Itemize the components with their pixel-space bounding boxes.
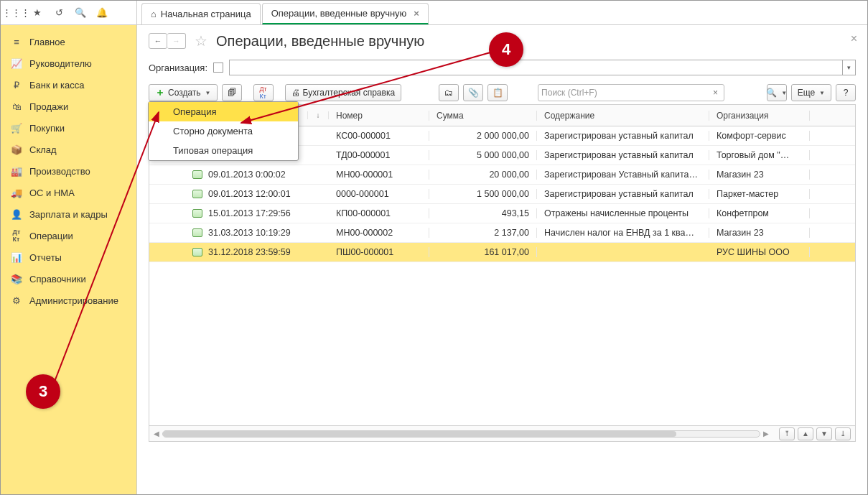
- cell-number: МН00-000002: [329, 228, 429, 238]
- scroll-right-icon[interactable]: ▶: [763, 430, 769, 438]
- table-row[interactable]: 09.01.2013 0:00:02МН00-00000120 000,00За…: [149, 165, 855, 185]
- attach-button[interactable]: 📎: [463, 84, 483, 101]
- cell-content: Отражены начисленные проценты: [537, 208, 709, 218]
- col-org-header[interactable]: Организация: [709, 111, 810, 121]
- dtkt-button[interactable]: ДтКт: [253, 84, 274, 101]
- cell-org: Магазин 23: [709, 228, 810, 238]
- sidebar-item-salary[interactable]: 👤Зарплата и кадры: [1, 203, 136, 225]
- dropdown-item-typical[interactable]: Типовая операция: [149, 141, 298, 160]
- history-icon[interactable]: ↺: [48, 3, 70, 23]
- book-icon: 📚: [11, 273, 22, 284]
- ruble-icon: ₽: [11, 79, 22, 91]
- clear-search-icon[interactable]: ×: [710, 88, 721, 98]
- list-button[interactable]: 📋: [487, 84, 508, 101]
- apps-icon[interactable]: ⋮⋮⋮: [5, 3, 27, 23]
- table-row[interactable]: 31.12.2018 23:59:59ПШ00-000001161 017,00…: [149, 243, 855, 262]
- sidebar-item-purchases[interactable]: 🛒Покупки: [1, 117, 136, 139]
- find-button[interactable]: 🔍▼: [767, 84, 787, 101]
- document-icon: [192, 170, 202, 179]
- cell-date: 31.12.2018 23:59:59: [149, 247, 307, 257]
- search-input[interactable]: Поиск (Ctrl+F) ×: [538, 84, 724, 101]
- nav-forward-button[interactable]: →: [167, 33, 186, 49]
- chevron-down-icon: ▼: [781, 90, 787, 96]
- list-icon: 📋: [493, 88, 503, 98]
- favorite-star-icon[interactable]: ☆: [195, 32, 207, 50]
- print-ref-button[interactable]: 🖨Бухгалтерская справка: [285, 84, 402, 101]
- cell-content: Зарегистрирован уставный капитал: [537, 150, 709, 160]
- org-checkbox[interactable]: [213, 63, 223, 73]
- dropdown-item-operation[interactable]: Операция: [149, 102, 298, 121]
- page-title: Операции, введенные вручную: [216, 33, 424, 50]
- tab-close-icon[interactable]: ×: [414, 8, 419, 19]
- col-number-header[interactable]: Номер: [329, 111, 429, 121]
- sidebar-item-os-nma[interactable]: 🚚ОС и НМА: [1, 182, 136, 203]
- col-sum-header[interactable]: Сумма: [429, 111, 537, 121]
- sidebar-label: Администрирование: [29, 295, 118, 306]
- person-icon: 👤: [11, 208, 22, 220]
- tab-operations[interactable]: Операции, введенные вручную ×: [262, 3, 429, 24]
- cell-number: КП00-000001: [329, 208, 429, 218]
- cell-sum: 2 137,00: [429, 228, 537, 238]
- sidebar-item-operations[interactable]: ДтКтОперации: [1, 225, 136, 246]
- col-content-header[interactable]: Содержание: [537, 111, 709, 121]
- organization-filter-row: Организация: ▾: [149, 60, 856, 75]
- box-icon: 📦: [11, 144, 22, 155]
- copy-icon: 🗐: [228, 88, 236, 98]
- tab-home[interactable]: ⌂ Начальная страница: [141, 3, 261, 24]
- help-label: ?: [844, 88, 849, 98]
- tab-operations-label: Операции, введенные вручную: [271, 8, 407, 19]
- page-down-button[interactable]: ▼: [816, 427, 832, 440]
- sidebar-item-bank[interactable]: ₽Банк и касса: [1, 74, 136, 96]
- sidebar-item-reports[interactable]: 📊Отчеты: [1, 246, 136, 268]
- sidebar-item-directories[interactable]: 📚Справочники: [1, 268, 136, 290]
- close-page-button[interactable]: ×: [851, 32, 857, 45]
- chevron-down-icon[interactable]: ▾: [842, 60, 855, 75]
- sidebar-item-stock[interactable]: 📦Склад: [1, 139, 136, 160]
- grid-body: КС00-0000012 000 000,00Зарегистрирован у…: [149, 126, 855, 425]
- star-icon[interactable]: ★: [27, 3, 48, 23]
- registry-button[interactable]: 🗂: [439, 84, 459, 101]
- more-label: Еще: [798, 88, 815, 98]
- create-button[interactable]: ＋ Создать ▼: [149, 84, 218, 101]
- sidebar-item-sales[interactable]: 🛍Продажи: [1, 96, 136, 117]
- cell-sum: 493,15: [429, 208, 537, 218]
- table-row[interactable]: 31.03.2013 10:19:29МН00-0000022 137,00На…: [149, 223, 855, 243]
- org-combo[interactable]: ▾: [229, 60, 856, 75]
- create-dropdown: Операция Сторно документа Типовая операц…: [148, 101, 299, 161]
- scrollbar-thumb[interactable]: [163, 431, 676, 437]
- search-icon[interactable]: 🔍: [70, 3, 91, 23]
- sidebar-item-main[interactable]: ≡Главное: [1, 31, 136, 52]
- table-row[interactable]: 15.01.2013 17:29:56КП00-000001493,15Отра…: [149, 204, 855, 223]
- cell-org: РУС ШИНЫ ООО: [709, 247, 810, 257]
- page-last-button[interactable]: ⤓: [835, 427, 851, 440]
- sidebar: ≡Главное 📈Руководителю ₽Банк и касса 🛍Пр…: [1, 25, 137, 495]
- scroll-left-icon[interactable]: ◀: [154, 430, 159, 438]
- bell-icon[interactable]: 🔔: [91, 3, 113, 23]
- cell-content: Зарегистрирован уставный капитал: [537, 189, 709, 199]
- page-up-button[interactable]: ▲: [798, 427, 813, 440]
- sidebar-item-manager[interactable]: 📈Руководителю: [1, 52, 136, 74]
- cell-sum: 161 017,00: [429, 247, 537, 257]
- sidebar-item-admin[interactable]: ⚙Администрирование: [1, 290, 136, 311]
- sidebar-label: ОС и НМА: [29, 188, 75, 198]
- sidebar-item-production[interactable]: 🏭Производство: [1, 160, 136, 182]
- sidebar-label: Зарплата и кадры: [29, 209, 108, 220]
- table-row[interactable]: 09.01.2013 12:00:010000-0000011 500 000,…: [149, 185, 855, 204]
- sidebar-label: Главное: [29, 37, 65, 47]
- more-button[interactable]: Еще▼: [791, 84, 831, 101]
- page-first-button[interactable]: ⤒: [779, 427, 795, 440]
- search-placeholder: Поиск (Ctrl+F): [541, 88, 710, 98]
- copy-button[interactable]: 🗐: [222, 84, 242, 101]
- cell-org: Комфорт-сервис: [709, 131, 810, 141]
- nav-back-button[interactable]: ←: [149, 33, 167, 49]
- cell-date: 09.01.2013 0:00:02: [149, 170, 307, 180]
- cell-number: 0000-000001: [329, 189, 429, 199]
- cell-content: Зарегистрирован Уставный капита…: [537, 170, 709, 180]
- sort-indicator[interactable]: ↓: [307, 111, 329, 119]
- dropdown-item-storno[interactable]: Сторно документа: [149, 121, 298, 141]
- horizontal-scrollbar[interactable]: [162, 430, 760, 438]
- system-icons: ⋮⋮⋮ ★ ↺ 🔍 🔔: [1, 1, 137, 24]
- main-area: × ← → ☆ Операции, введенные вручную Орга…: [137, 25, 867, 495]
- sidebar-label: Справочники: [29, 274, 86, 284]
- help-button[interactable]: ?: [836, 84, 856, 101]
